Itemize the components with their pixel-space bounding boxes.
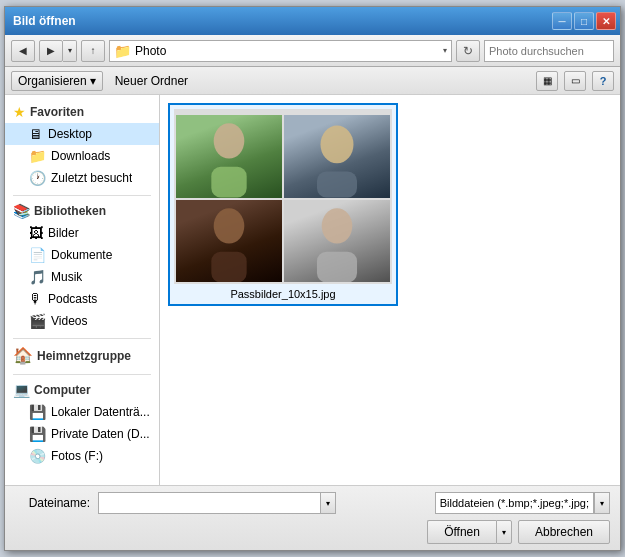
svg-rect-9	[211, 167, 246, 198]
local-drive-icon: 💾	[29, 404, 46, 420]
sidebar-item-downloads[interactable]: 📁 Downloads	[5, 145, 159, 167]
computer-section: 💻 Computer 💾 Lokaler Datenträ... 💾 Priva…	[5, 379, 159, 467]
sidebar-item-podcasts[interactable]: 🎙 Podcasts	[5, 288, 159, 310]
svg-point-10	[321, 126, 354, 164]
file-name: Passbilder_10x15.jpg	[230, 288, 335, 300]
favorites-star-icon: ★	[13, 104, 26, 120]
up-button[interactable]: ↑	[81, 40, 105, 62]
dokumente-icon: 📄	[29, 247, 46, 263]
bottom-bar: Dateiname: ▾ Bilddateien (*.bmp;*.jpeg;*…	[5, 485, 620, 550]
navigation-toolbar: ◀ ▶ ▾ ↑ 📁 Photo ▾ ↻ 🔍	[5, 35, 620, 67]
fotos-icon: 💿	[29, 448, 46, 464]
preview-icon: ▭	[571, 75, 580, 86]
close-button[interactable]: ✕	[596, 12, 616, 30]
svg-rect-13	[211, 251, 246, 282]
libraries-section: 📚 Bibliotheken 🖼 Bilder 📄 Dokumente 🎵 Mu…	[5, 200, 159, 332]
svg-point-8	[214, 123, 245, 158]
sidebar-item-local-drive[interactable]: 💾 Lokaler Datenträ...	[5, 401, 159, 423]
svg-point-12	[214, 208, 245, 243]
open-button[interactable]: Öffnen	[427, 520, 496, 544]
podcasts-icon: 🎙	[29, 291, 43, 307]
help-button[interactable]: ?	[592, 71, 614, 91]
svg-point-14	[322, 208, 353, 243]
videos-icon: 🎬	[29, 313, 46, 329]
title-bar: Bild öffnen ─ □ ✕	[5, 7, 620, 35]
file-thumbnail	[174, 109, 392, 284]
new-folder-button[interactable]: Neuer Ordner	[109, 72, 194, 90]
minimize-button[interactable]: ─	[552, 12, 572, 30]
divider-2	[13, 338, 151, 339]
window-title: Bild öffnen	[13, 14, 76, 28]
homegroup-title: Heimnetzgruppe	[37, 349, 131, 363]
private-icon: 💾	[29, 426, 46, 442]
back-button[interactable]: ◀	[11, 40, 35, 62]
musik-icon: 🎵	[29, 269, 46, 285]
path-dropdown-icon: ▾	[443, 46, 447, 55]
sidebar-item-local-drive-label: Lokaler Datenträ...	[51, 405, 150, 419]
filetype-label: Bilddateien (*.bmp;*.jpeg;*.jpg;	[440, 497, 589, 509]
sidebar-item-musik[interactable]: 🎵 Musik	[5, 266, 159, 288]
sidebar-item-fotos[interactable]: 💿 Fotos (F:)	[5, 445, 159, 467]
sidebar-item-dokumente[interactable]: 📄 Dokumente	[5, 244, 159, 266]
sidebar-item-videos-label: Videos	[51, 314, 87, 328]
action-toolbar: Organisieren ▾ Neuer Ordner ▦ ▭ ?	[5, 67, 620, 95]
filetype-container: Bilddateien (*.bmp;*.jpeg;*.jpg; ▾	[435, 492, 610, 514]
sidebar: ★ Favoriten 🖥 Desktop 📁 Downloads 🕐 Zule…	[5, 95, 160, 485]
open-dropdown-icon[interactable]: ▾	[496, 520, 512, 544]
maximize-button[interactable]: □	[574, 12, 594, 30]
filename-input[interactable]	[98, 492, 320, 514]
path-bar[interactable]: 📁 Photo ▾	[109, 40, 452, 62]
photo-cell-6	[284, 115, 390, 198]
svg-rect-11	[317, 172, 357, 198]
path-text: Photo	[135, 44, 166, 58]
photo-cell-5	[176, 115, 282, 198]
organize-dropdown-icon: ▾	[90, 74, 96, 88]
photo-cell-7	[176, 200, 282, 283]
sidebar-item-dokumente-label: Dokumente	[51, 248, 112, 262]
forward-button[interactable]: ▶	[39, 40, 63, 62]
photo-cell-8	[284, 200, 390, 283]
favorites-header[interactable]: ★ Favoriten	[5, 101, 159, 123]
sidebar-item-videos[interactable]: 🎬 Videos	[5, 310, 159, 332]
refresh-button[interactable]: ↻	[456, 40, 480, 62]
homegroup-header[interactable]: 🏠 Heimnetzgruppe	[5, 343, 159, 368]
sidebar-item-recent[interactable]: 🕐 Zuletzt besucht	[5, 167, 159, 189]
filename-dropdown-btn[interactable]: ▾	[320, 492, 336, 514]
sidebar-item-desktop-label: Desktop	[48, 127, 92, 141]
search-box: 🔍	[484, 40, 614, 62]
file-area: Passbilder_10x15.jpg	[160, 95, 620, 485]
filetype-dropdown-btn[interactable]: ▾	[594, 492, 610, 514]
cancel-button[interactable]: Abbrechen	[518, 520, 610, 544]
sidebar-item-desktop[interactable]: 🖥 Desktop	[5, 123, 159, 145]
sidebar-item-musik-label: Musik	[51, 270, 82, 284]
divider-3	[13, 374, 151, 375]
favorites-title: Favoriten	[30, 105, 84, 119]
sidebar-item-bilder-label: Bilder	[48, 226, 79, 240]
sidebar-item-podcasts-label: Podcasts	[48, 292, 97, 306]
open-button-container: Öffnen ▾	[427, 520, 512, 544]
libraries-icon: 📚	[13, 203, 30, 219]
forward-dropdown-button[interactable]: ▾	[63, 40, 77, 62]
sidebar-item-private[interactable]: 💾 Private Daten (D...	[5, 423, 159, 445]
action-row: Öffnen ▾ Abbrechen	[15, 520, 610, 544]
file-item-passbilder[interactable]: Passbilder_10x15.jpg	[168, 103, 398, 306]
organize-button[interactable]: Organisieren ▾	[11, 71, 103, 91]
view-button[interactable]: ▦	[536, 71, 558, 91]
search-input[interactable]	[489, 45, 625, 57]
computer-icon: 💻	[13, 382, 30, 398]
svg-rect-15	[317, 251, 357, 282]
path-folder-icon: 📁	[114, 43, 131, 59]
libraries-title: Bibliotheken	[34, 204, 106, 218]
preview-button[interactable]: ▭	[564, 71, 586, 91]
homegroup-section: 🏠 Heimnetzgruppe	[5, 343, 159, 368]
computer-header[interactable]: 💻 Computer	[5, 379, 159, 401]
filename-input-container: ▾	[98, 492, 336, 514]
libraries-header[interactable]: 📚 Bibliotheken	[5, 200, 159, 222]
sidebar-item-recent-label: Zuletzt besucht	[51, 171, 132, 185]
sidebar-item-downloads-label: Downloads	[51, 149, 110, 163]
view-icon: ▦	[543, 75, 552, 86]
favorites-section: ★ Favoriten 🖥 Desktop 📁 Downloads 🕐 Zule…	[5, 101, 159, 189]
organize-label: Organisieren	[18, 74, 87, 88]
title-bar-controls: ─ □ ✕	[552, 12, 616, 30]
sidebar-item-bilder[interactable]: 🖼 Bilder	[5, 222, 159, 244]
